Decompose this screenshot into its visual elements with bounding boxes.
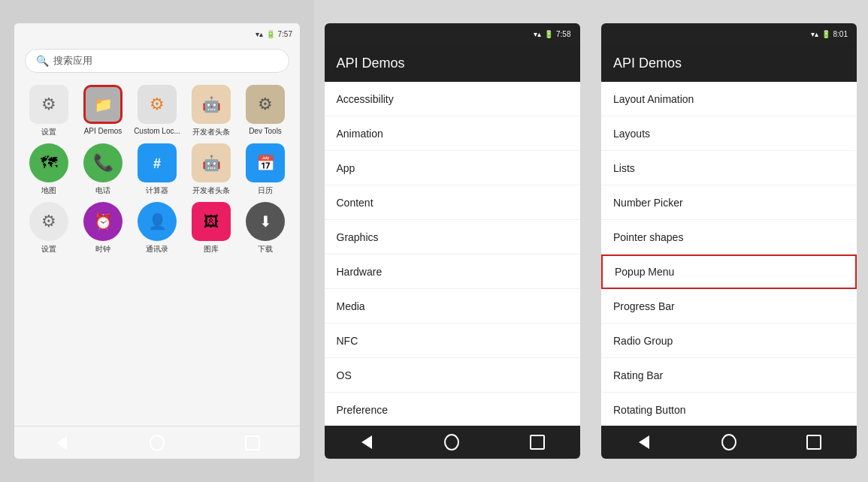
app-contacts[interactable]: 通讯录: [133, 202, 181, 255]
menu-item-content[interactable]: Content: [325, 185, 580, 220]
phone-glyph: [93, 153, 113, 173]
clock-icon: [83, 202, 122, 241]
calc-icon: [138, 143, 177, 182]
menu-item-rotating-button[interactable]: Rotating Button: [601, 393, 857, 426]
nav-home-button[interactable]: [150, 435, 165, 450]
dev-tools-icon: [246, 85, 285, 124]
app-dev-head2[interactable]: 开发者头条: [187, 143, 235, 196]
app-settings2[interactable]: 设置: [25, 202, 73, 255]
app-download[interactable]: 下载: [241, 202, 289, 255]
api-demos-icon: [83, 85, 122, 124]
app-custom-loc[interactable]: Custom Loc...: [133, 85, 181, 137]
menu-item-rating-bar[interactable]: Rating Bar: [601, 358, 857, 393]
nav-recents-right[interactable]: [806, 435, 821, 450]
app-label-custom-loc: Custom Loc...: [134, 127, 180, 135]
menu-item-animation[interactable]: Animation: [325, 116, 580, 151]
status-icons-right: ▾▴ 🔋 8:01: [811, 30, 848, 38]
download-icon: [246, 202, 285, 241]
app-label-api-demos: API Demos: [84, 127, 122, 135]
custom-loc-icon: [138, 85, 177, 124]
contacts-icon: [138, 202, 177, 241]
search-text: 搜索应用: [53, 54, 92, 68]
cal-glyph: [256, 153, 275, 173]
app-label-settings2: 设置: [41, 244, 56, 255]
menu-item-media[interactable]: Media: [325, 289, 580, 324]
search-bar[interactable]: 搜索应用: [25, 49, 289, 73]
app-settings[interactable]: 设置: [25, 85, 73, 137]
app-label-settings: 设置: [41, 127, 56, 137]
android2-glyph: [202, 153, 221, 173]
app-label-clock: 时钟: [95, 244, 110, 255]
app-label-phone: 电话: [95, 185, 110, 196]
dev-head2-icon: [192, 143, 231, 182]
gear-icon: [41, 95, 56, 114]
app-gallery[interactable]: 图库: [187, 202, 235, 255]
menu-item-accessibility[interactable]: Accessibility: [325, 82, 580, 116]
app-label-gallery: 图库: [204, 244, 219, 255]
dl-glyph: [259, 212, 272, 231]
menu-item-preference[interactable]: Preference: [325, 393, 580, 426]
app-calendar[interactable]: 日历: [241, 143, 289, 196]
app-label-dev-tools: Dev Tools: [249, 127, 282, 135]
menu-item-os[interactable]: OS: [325, 358, 580, 393]
status-bar-middle: ▾▴ 🔋 7:58: [325, 23, 580, 44]
nav-bar-middle: [325, 426, 580, 459]
middle-app-header: API Demos: [325, 44, 580, 82]
maps-glyph: [41, 153, 57, 173]
battery-icon-left: 🔋: [266, 30, 275, 38]
battery-icon-middle: 🔋: [544, 30, 553, 38]
app-clock[interactable]: 时钟: [79, 202, 127, 255]
menu-item-layouts[interactable]: Layouts: [601, 116, 857, 151]
app-api-demos[interactable]: API Demos: [79, 85, 127, 137]
menu-item-progress-bar[interactable]: Progress Bar: [601, 289, 857, 324]
right-app-header: API Demos: [601, 44, 857, 82]
app-dev-tools[interactable]: Dev Tools: [241, 85, 289, 137]
nav-back-button[interactable]: [54, 435, 69, 450]
right-menu-list: Layout Animation Layouts Lists Number Pi…: [601, 82, 857, 426]
app-maps[interactable]: 地图: [25, 143, 73, 196]
folder-icon: [94, 95, 113, 114]
status-bar-right: ▾▴ 🔋 8:01: [601, 23, 857, 44]
settings2-icon: [29, 202, 68, 241]
left-phone-panel: ▾▴ 🔋 7:57 搜索应用 设置 API Demos Custom Loc: [0, 0, 314, 482]
nav-recents-middle[interactable]: [530, 435, 545, 450]
clock-glyph: [94, 212, 113, 231]
app-grid: 设置 API Demos Custom Loc... 开发者头条 Dev Too…: [14, 77, 300, 262]
middle-menu-list: Accessibility Animation App Content Grap…: [325, 82, 580, 426]
nav-home-middle[interactable]: [444, 435, 459, 450]
app-label-download: 下载: [258, 244, 273, 255]
menu-item-graphics[interactable]: Graphics: [325, 220, 580, 255]
time-left: 7:57: [278, 30, 292, 38]
menu-item-number-picker[interactable]: Number Picker: [601, 185, 857, 220]
gallery-icon: [192, 202, 231, 241]
middle-header-title: API Demos: [337, 56, 405, 71]
nav-back-right[interactable]: [637, 435, 652, 450]
gear2-glyph: [41, 212, 56, 231]
menu-item-nfc[interactable]: NFC: [325, 324, 580, 358]
calendar-icon: [246, 143, 285, 182]
app-calc[interactable]: 计算器: [133, 143, 181, 196]
search-icon: [36, 54, 49, 68]
signal-icon-right: ▾▴: [811, 30, 818, 38]
signal-icon-left: ▾▴: [256, 30, 263, 38]
menu-item-hardware[interactable]: Hardware: [325, 255, 580, 289]
nav-home-right[interactable]: [721, 435, 736, 450]
nav-recents-button[interactable]: [245, 435, 260, 450]
app-label-dev-head2: 开发者头条: [192, 185, 230, 196]
status-icons-left: ▾▴ 🔋 7:57: [256, 30, 292, 38]
gear-dark-icon: [258, 95, 273, 114]
menu-item-app[interactable]: App: [325, 151, 580, 185]
menu-item-layout-animation[interactable]: Layout Animation: [601, 82, 857, 116]
menu-item-pointer-shapes[interactable]: Pointer shapes: [601, 220, 857, 255]
person-glyph: [148, 212, 167, 231]
app-phone[interactable]: 电话: [79, 143, 127, 196]
nav-bar-left: [14, 426, 300, 459]
time-right: 8:01: [833, 30, 848, 38]
nav-back-middle[interactable]: [359, 435, 374, 450]
app-dev-head[interactable]: 开发者头条: [187, 85, 235, 137]
menu-item-radio-group[interactable]: Radio Group: [601, 324, 857, 358]
menu-item-popup-menu[interactable]: Popup Menu: [601, 255, 857, 289]
app-label-contacts: 通讯录: [146, 244, 168, 255]
middle-phone-screen: ▾▴ 🔋 7:58 API Demos Accessibility Animat…: [325, 23, 580, 459]
menu-item-lists[interactable]: Lists: [601, 151, 857, 185]
